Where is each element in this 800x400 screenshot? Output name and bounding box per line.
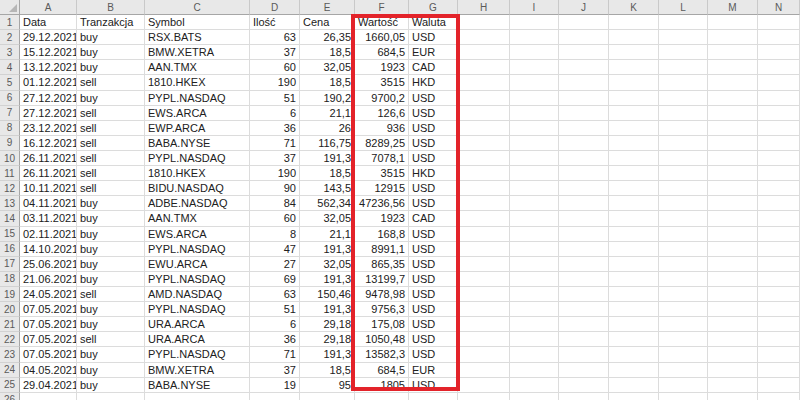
cell-E9[interactable]: 116,75 (300, 136, 355, 151)
cell-M8[interactable] (708, 121, 758, 136)
cell-F2[interactable]: 1660,05 (355, 30, 409, 45)
cell-I15[interactable] (510, 227, 559, 242)
cell-F11[interactable]: 3515 (355, 166, 409, 181)
cell-J26[interactable] (559, 393, 609, 400)
cell-I17[interactable] (510, 257, 559, 272)
cell-M12[interactable] (708, 181, 758, 196)
cell-D9[interactable]: 71 (250, 136, 300, 151)
row-header-17[interactable]: 17 (0, 257, 20, 272)
cell-K25[interactable] (609, 378, 659, 393)
row-header-1[interactable]: 1 (0, 15, 20, 30)
cell-D3[interactable]: 37 (250, 45, 300, 60)
cell-J3[interactable] (559, 45, 609, 60)
cell-G19[interactable]: USD (409, 287, 458, 302)
cell-B6[interactable]: buy (77, 91, 145, 106)
cell-K3[interactable] (609, 45, 659, 60)
cell-N10[interactable] (758, 151, 800, 166)
row-header-26[interactable]: 26 (0, 393, 20, 400)
cell-H18[interactable] (458, 272, 510, 287)
cell-K26[interactable] (609, 393, 659, 400)
cell-M2[interactable] (708, 30, 758, 45)
cell-H21[interactable] (458, 317, 510, 332)
cell-H2[interactable] (458, 30, 510, 45)
cell-K9[interactable] (609, 136, 659, 151)
cell-K20[interactable] (609, 302, 659, 317)
column-header-A[interactable]: A (20, 0, 77, 15)
cell-H17[interactable] (458, 257, 510, 272)
cell-I24[interactable] (510, 363, 559, 378)
cell-I3[interactable] (510, 45, 559, 60)
cell-B4[interactable]: buy (77, 60, 145, 75)
cell-F19[interactable]: 9478,98 (355, 287, 409, 302)
cell-M26[interactable] (708, 393, 758, 400)
cell-B26[interactable] (77, 393, 145, 400)
cell-G14[interactable]: CAD (409, 211, 458, 226)
cell-N18[interactable] (758, 272, 800, 287)
cell-C3[interactable]: BMW.XETRA (145, 45, 250, 60)
cell-J23[interactable] (559, 347, 609, 362)
cell-F9[interactable]: 8289,25 (355, 136, 409, 151)
row-header-23[interactable]: 23 (0, 347, 20, 362)
cell-M15[interactable] (708, 227, 758, 242)
cell-L13[interactable] (659, 196, 708, 211)
cell-C11[interactable]: 1810.HKEX (145, 166, 250, 181)
cell-F18[interactable]: 13199,7 (355, 272, 409, 287)
cell-G26[interactable] (409, 393, 458, 400)
cell-A22[interactable]: 07.05.2021 (20, 332, 77, 347)
cell-H6[interactable] (458, 91, 510, 106)
cell-D16[interactable]: 47 (250, 242, 300, 257)
cell-B14[interactable]: buy (77, 211, 145, 226)
cell-J20[interactable] (559, 302, 609, 317)
cell-I1[interactable] (510, 15, 559, 30)
cell-C7[interactable]: EWS.ARCA (145, 106, 250, 121)
cell-H1[interactable] (458, 15, 510, 30)
cell-A12[interactable]: 10.11.2021 (20, 181, 77, 196)
cell-D15[interactable]: 8 (250, 227, 300, 242)
cell-E26[interactable] (300, 393, 355, 400)
cell-C6[interactable]: PYPL.NASDAQ (145, 91, 250, 106)
cell-H20[interactable] (458, 302, 510, 317)
cell-C9[interactable]: BABA.NYSE (145, 136, 250, 151)
row-header-21[interactable]: 21 (0, 317, 20, 332)
cell-M6[interactable] (708, 91, 758, 106)
cell-M13[interactable] (708, 196, 758, 211)
column-header-G[interactable]: G (409, 0, 458, 15)
cell-E4[interactable]: 32,05 (300, 60, 355, 75)
cell-B11[interactable]: sell (77, 166, 145, 181)
cell-M25[interactable] (708, 378, 758, 393)
cell-E2[interactable]: 26,35 (300, 30, 355, 45)
cell-A13[interactable]: 04.11.2021 (20, 196, 77, 211)
cell-H9[interactable] (458, 136, 510, 151)
row-header-14[interactable]: 14 (0, 211, 20, 226)
cell-B3[interactable]: buy (77, 45, 145, 60)
column-header-K[interactable]: K (609, 0, 659, 15)
row-header-3[interactable]: 3 (0, 45, 20, 60)
cell-H14[interactable] (458, 211, 510, 226)
cell-F24[interactable]: 684,5 (355, 363, 409, 378)
cell-L22[interactable] (659, 332, 708, 347)
cell-C1[interactable]: Symbol (145, 15, 250, 30)
cell-D5[interactable]: 190 (250, 75, 300, 90)
cell-A23[interactable]: 07.05.2021 (20, 347, 77, 362)
cell-C16[interactable]: PYPL.NASDAQ (145, 242, 250, 257)
cell-I7[interactable] (510, 106, 559, 121)
cell-N14[interactable] (758, 211, 800, 226)
row-header-20[interactable]: 20 (0, 302, 20, 317)
column-header-I[interactable]: I (510, 0, 559, 15)
cell-F13[interactable]: 47236,56 (355, 196, 409, 211)
column-header-C[interactable]: C (145, 0, 250, 15)
cell-A10[interactable]: 26.11.2021 (20, 151, 77, 166)
cell-N1[interactable] (758, 15, 800, 30)
cell-J5[interactable] (559, 75, 609, 90)
cell-C25[interactable]: BABA.NYSE (145, 378, 250, 393)
cell-L10[interactable] (659, 151, 708, 166)
cell-K2[interactable] (609, 30, 659, 45)
cell-I26[interactable] (510, 393, 559, 400)
cell-D14[interactable]: 60 (250, 211, 300, 226)
cell-L7[interactable] (659, 106, 708, 121)
cell-J25[interactable] (559, 378, 609, 393)
cell-C23[interactable]: PYPL.NASDAQ (145, 347, 250, 362)
cell-F20[interactable]: 9756,3 (355, 302, 409, 317)
cell-N17[interactable] (758, 257, 800, 272)
cell-F12[interactable]: 12915 (355, 181, 409, 196)
